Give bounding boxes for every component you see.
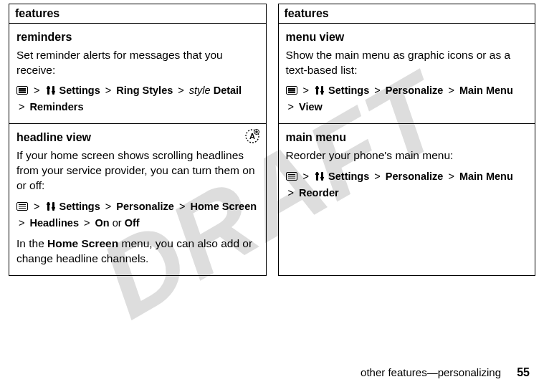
content-columns: features reminders Set reminder alerts f… [0,0,544,276]
svg-rect-11 [52,202,54,211]
cell-main-menu: main menu Reorder your phone's main menu… [279,124,535,209]
path-headlines: Headlines [30,217,80,229]
path-settings: Settings [59,201,100,212]
settings-icon [46,201,56,216]
path-sep: > [303,85,309,96]
path-personalize: Personalize [386,171,444,182]
svg-rect-2 [52,86,54,95]
settings-icon [315,171,325,186]
page-number: 55 [517,366,530,378]
features-header-left: features [9,4,266,24]
path-view: View [299,101,323,113]
path-sep: > [374,85,380,96]
cell-desc: Set reminder alerts for messages that yo… [16,48,259,78]
path-sep: > [448,85,454,96]
network-badge-icon: A [244,128,260,144]
cell-desc: Reorder your phone's main menu: [286,148,528,163]
path-personalize: Personalize [386,85,444,96]
svg-rect-19 [321,172,323,181]
path-sep: > [179,201,185,212]
nav-path: > Settings > Ring Styles > style Detail … [16,83,259,115]
svg-rect-18 [315,173,319,175]
path-sep: > [288,101,294,113]
path-sep: > [19,101,24,113]
path-settings: Settings [328,85,369,96]
cell-desc: If your home screen shows scrolling head… [16,148,259,193]
path-sep: > [105,201,111,212]
nav-path: > Settings > Personalize > Home Screen >… [16,199,259,231]
cell-menu-view: menu view Show the main menu as graphic … [279,24,535,124]
svg-rect-15 [321,86,323,95]
svg-rect-12 [52,207,55,209]
svg-rect-0 [47,86,49,95]
path-ringstyles: Ring Styles [116,85,173,96]
cell-title: main menu [286,130,528,145]
path-mainmenu: Main Menu [459,85,513,96]
path-settings: Settings [328,171,369,182]
path-settings: Settings [59,85,100,96]
path-reorder: Reorder [299,187,339,199]
nav-path: > Settings > Personalize > Main Menu > V… [286,83,528,115]
menu-key-icon [286,172,297,181]
path-homescreen: Home Screen [190,201,257,212]
svg-rect-3 [52,91,55,92]
path-sep: > [303,171,309,182]
svg-rect-14 [315,87,319,89]
svg-rect-17 [316,172,318,181]
path-sep: > [178,85,183,96]
cell-title: menu view [286,29,528,45]
path-detail: Detail [214,85,242,96]
svg-rect-20 [320,177,324,178]
footer-text: other features—personalizing [361,366,501,378]
features-header-right: features [279,4,535,24]
path-sep: > [374,171,380,182]
note-bold: Home Screen [47,237,118,249]
svg-rect-16 [320,91,324,92]
path-sep: > [19,217,24,229]
path-sep: > [34,201,39,212]
svg-rect-13 [316,86,318,95]
cell-note: In the Home Screen menu, you can also ad… [16,236,259,267]
path-sep: > [448,171,454,182]
path-on: On [95,217,110,229]
menu-key-icon [16,202,28,211]
svg-rect-1 [47,87,50,89]
cell-headline-view: A headline view If your home screen show… [9,124,266,274]
svg-rect-9 [47,202,49,211]
path-off: Off [125,217,140,229]
right-column: features menu view Show the main menu as… [278,4,536,276]
path-mainmenu: Main Menu [459,171,513,182]
svg-rect-10 [47,204,50,205]
path-or: or [113,217,125,229]
note-pre: In the [16,237,47,249]
menu-key-icon [286,86,297,95]
path-sep: > [84,217,90,229]
page-footer: other features—personalizing 55 [361,366,530,379]
settings-icon [315,85,325,100]
cell-title: reminders [16,29,259,45]
cell-reminders: reminders Set reminder alerts for messag… [9,24,266,124]
settings-icon [46,85,56,100]
left-column: features reminders Set reminder alerts f… [9,4,267,276]
nav-path: > Settings > Personalize > Main Menu > R… [286,169,528,201]
menu-key-icon [16,86,28,95]
path-sep: > [105,85,111,96]
path-personalize: Personalize [116,201,174,212]
path-reminders: Reminders [30,101,84,113]
path-sep: > [34,85,39,96]
path-style: style [189,85,211,96]
cell-title: headline view [16,130,259,145]
path-sep: > [288,187,294,199]
cell-desc: Show the main menu as graphic icons or a… [286,48,528,78]
